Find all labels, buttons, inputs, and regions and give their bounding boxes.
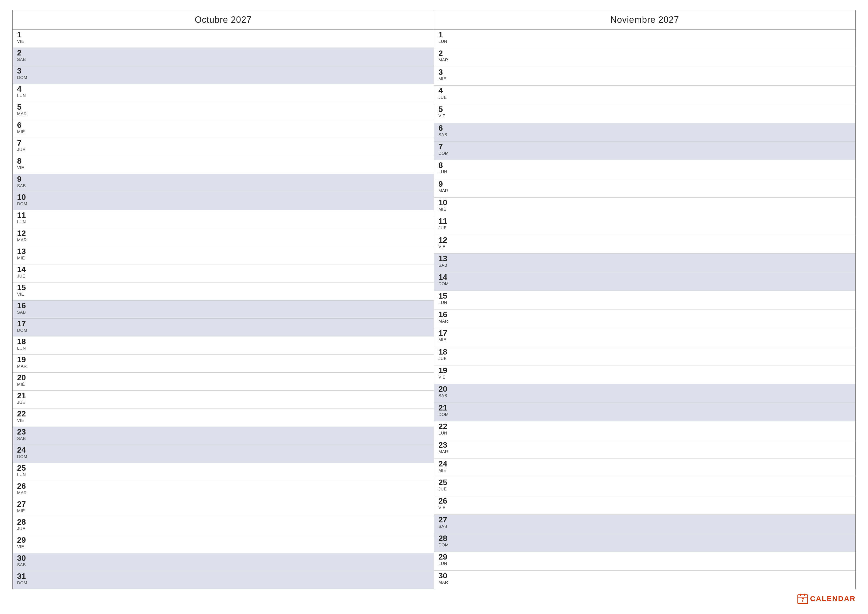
day-name: LUN	[17, 346, 31, 351]
day-info: 7JUE	[17, 139, 31, 152]
day-info: 12MAR	[17, 229, 31, 242]
day-row: 24MIÉ	[434, 459, 856, 477]
day-number: 22	[17, 410, 31, 418]
day-row: 31DOM	[12, 571, 434, 589]
day-info: 2SAB	[17, 49, 31, 62]
days-list-0: 1VIE2SAB3DOM4LUN5MAR6MIÉ7JUE8VIE9SAB10DO…	[12, 30, 434, 589]
day-row: 2MAR	[434, 48, 856, 67]
day-number: 17	[17, 320, 31, 328]
day-name: SAB	[17, 563, 31, 567]
day-row: 25JUE	[434, 477, 856, 496]
day-number: 9	[439, 180, 452, 188]
day-info: 24MIÉ	[439, 460, 452, 473]
day-number: 11	[439, 217, 452, 225]
svg-rect-3	[804, 594, 805, 596]
day-number: 5	[439, 105, 452, 113]
day-name: SAB	[439, 524, 452, 529]
day-row: 30SAB	[12, 553, 434, 571]
day-number: 13	[17, 247, 31, 255]
month-header-0: Octubre 2027	[12, 10, 434, 30]
day-number: 12	[439, 236, 452, 244]
day-name: DOM	[17, 202, 31, 207]
day-row: 6SAB	[434, 123, 856, 141]
day-number: 13	[439, 255, 452, 263]
day-info: 8VIE	[17, 157, 31, 170]
day-name: DOM	[17, 328, 31, 333]
day-info: 10DOM	[17, 193, 31, 207]
day-number: 19	[17, 356, 31, 364]
day-name: VIE	[439, 505, 452, 510]
day-row: 22LUN	[434, 421, 856, 440]
day-name: SAB	[439, 393, 452, 398]
day-info: 10MIÉ	[439, 199, 452, 212]
day-number: 7	[439, 143, 452, 151]
day-info: 28DOM	[439, 534, 452, 548]
day-number: 27	[17, 500, 31, 508]
day-info: 21DOM	[439, 404, 452, 417]
day-number: 10	[17, 193, 31, 201]
svg-text:7: 7	[801, 598, 804, 603]
day-name: JUE	[439, 95, 452, 100]
day-row: 5VIE	[434, 104, 856, 123]
day-row: 20SAB	[434, 384, 856, 403]
day-name: MIÉ	[439, 337, 452, 342]
day-name: JUE	[439, 356, 452, 361]
day-row: 9SAB	[12, 174, 434, 192]
day-number: 8	[17, 157, 31, 165]
day-number: 21	[439, 404, 452, 412]
day-info: 30MAR	[439, 572, 452, 585]
day-number: 4	[439, 87, 452, 95]
day-name: SAB	[17, 310, 31, 315]
month-col-1: Noviembre 20271LUN2MAR3MIÉ4JUE5VIE6SAB7D…	[434, 10, 856, 589]
day-name: DOM	[17, 75, 31, 80]
day-row: 23MAR	[434, 440, 856, 459]
day-name: MAR	[439, 580, 452, 585]
day-info: 23SAB	[17, 428, 31, 441]
day-info: 26MAR	[17, 482, 31, 496]
day-name: VIE	[439, 113, 452, 118]
day-row: 23SAB	[12, 427, 434, 445]
day-info: 31DOM	[17, 572, 31, 586]
day-info: 8LUN	[439, 161, 452, 174]
day-row: 8LUN	[434, 160, 856, 179]
day-number: 15	[439, 292, 452, 300]
svg-rect-2	[800, 594, 801, 596]
day-info: 3DOM	[17, 67, 31, 80]
day-info: 15VIE	[17, 283, 31, 297]
day-info: 24DOM	[17, 446, 31, 459]
day-row: 2SAB	[12, 48, 434, 66]
day-name: JUE	[17, 526, 31, 531]
day-name: DOM	[17, 454, 31, 459]
day-info: 16MAR	[439, 311, 452, 324]
day-info: 3MIÉ	[439, 68, 452, 81]
day-name: MAR	[17, 490, 31, 496]
day-row: 1LUN	[434, 30, 856, 48]
day-name: LUN	[439, 431, 452, 436]
day-row: 14JUE	[12, 264, 434, 283]
day-number: 23	[17, 428, 31, 436]
day-name: MAR	[439, 58, 452, 63]
day-number: 18	[17, 337, 31, 345]
day-info: 27SAB	[439, 516, 452, 529]
day-row: 4LUN	[12, 84, 434, 102]
day-number: 3	[17, 67, 31, 75]
day-name: DOM	[17, 581, 31, 586]
day-row: 8VIE	[12, 156, 434, 174]
day-name: MIÉ	[17, 382, 31, 387]
day-name: JUE	[439, 225, 452, 230]
day-info: 6MIÉ	[17, 121, 31, 134]
day-name: LUN	[17, 219, 31, 225]
month-header-1: Noviembre 2027	[434, 10, 856, 30]
day-number: 6	[17, 121, 31, 129]
day-info: 20MIÉ	[17, 374, 31, 387]
brand: 7 CALENDAR	[797, 593, 856, 604]
day-name: LUN	[17, 473, 31, 477]
day-number: 7	[17, 139, 31, 147]
day-row: 27MIÉ	[12, 499, 434, 517]
day-name: MAR	[17, 238, 31, 242]
day-number: 28	[439, 534, 452, 542]
day-row: 30MAR	[434, 570, 856, 589]
day-info: 16SAB	[17, 302, 31, 315]
day-row: 6MIÉ	[12, 120, 434, 138]
day-row: 27SAB	[434, 515, 856, 533]
